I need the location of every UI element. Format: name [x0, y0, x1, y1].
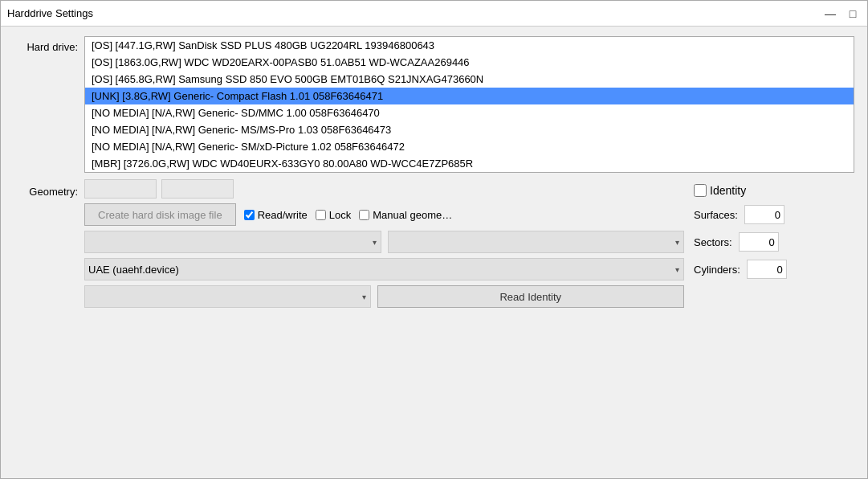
title-bar-controls: — □: [822, 6, 861, 22]
surfaces-input[interactable]: [744, 205, 784, 224]
drive-list-item[interactable]: [NO MEDIA] [N/A,RW] Generic- SD/MMC 1.00…: [85, 104, 854, 121]
hard-drive-row: Hard drive: [OS] [447.1G,RW] SanDisk SSD…: [14, 36, 854, 173]
sectors-row: Sectors:: [694, 232, 854, 252]
drive-list-item[interactable]: [UNK] [3.8G,RW] Generic- Compact Flash 1…: [85, 88, 854, 104]
uae-row: UAE (uaehf.device) ▾: [84, 258, 684, 280]
drive-list-item[interactable]: [OS] [1863.0G,RW] WDC WD20EARX-00PASB0 5…: [85, 54, 854, 71]
create-disk-image-button[interactable]: Create hard disk image file: [84, 203, 236, 226]
sectors-input[interactable]: [739, 232, 779, 252]
window-content: Hard drive: [OS] [447.1G,RW] SanDisk SSD…: [1, 27, 867, 478]
read-write-checkbox-label[interactable]: Read/write: [244, 209, 308, 221]
cylinders-row: Cylinders:: [694, 260, 854, 279]
bottom-row: ▾ Read Identity: [84, 285, 684, 308]
geometry-label: Geometry:: [14, 181, 78, 198]
manual-geom-checkbox-label[interactable]: Manual geome…: [359, 209, 452, 221]
right-panel: Identity Surfaces: Sectors: Cylinders:: [694, 179, 854, 469]
uae-dropdown[interactable]: UAE (uaehf.device): [84, 258, 684, 280]
bottom-left-dropdown[interactable]: [84, 285, 371, 308]
surfaces-label: Surfaces:: [694, 209, 738, 221]
lock-checkbox-label[interactable]: Lock: [316, 209, 351, 221]
drive-list-item[interactable]: [OS] [447.1G,RW] SanDisk SSD PLUS 480GB …: [85, 37, 854, 54]
sectors-label: Sectors:: [694, 236, 732, 248]
dropdown-row-1: ▾ ▾: [84, 231, 684, 253]
drive-list-item[interactable]: [NO MEDIA] [N/A,RW] Generic- SM/xD-Pictu…: [85, 138, 854, 155]
drive-list-item[interactable]: [OS] [465.8G,RW] Samsung SSD 850 EVO 500…: [85, 71, 854, 88]
read-identity-button[interactable]: Read Identity: [377, 285, 685, 308]
harddrive-settings-window: Harddrive Settings — □ Hard drive: [OS] …: [0, 0, 868, 479]
geometry-row: Geometry:: [14, 179, 684, 199]
dropdown-left-1[interactable]: [84, 231, 381, 253]
lock-checkbox[interactable]: [316, 210, 326, 220]
action-row: Create hard disk image file Read/write L…: [84, 203, 684, 226]
drive-list[interactable]: [OS] [447.1G,RW] SanDisk SSD PLUS 480GB …: [84, 36, 854, 173]
minimize-button[interactable]: —: [822, 6, 838, 22]
cylinders-input[interactable]: [747, 260, 787, 279]
dropdown-right-1[interactable]: [388, 231, 685, 253]
surfaces-row: Surfaces:: [694, 205, 854, 224]
maximize-button[interactable]: □: [845, 6, 861, 22]
identity-checkbox[interactable]: [694, 184, 707, 197]
title-bar: Harddrive Settings — □: [1, 1, 867, 27]
cylinders-label: Cylinders:: [694, 264, 740, 276]
drive-list-item[interactable]: [NO MEDIA] [N/A,RW] Generic- MS/MS-Pro 1…: [85, 121, 854, 138]
manual-geom-checkbox[interactable]: [359, 210, 369, 220]
geometry-field-1[interactable]: [84, 179, 157, 199]
drive-list-item[interactable]: [MBR] [3726.0G,RW] WDC WD40EURX-633GY0 8…: [85, 155, 854, 172]
geometry-field-2[interactable]: [161, 179, 234, 199]
hard-drive-label: Hard drive:: [14, 36, 78, 53]
window-title: Harddrive Settings: [7, 7, 93, 19]
identity-checkbox-label[interactable]: Identity: [694, 182, 854, 197]
read-write-checkbox[interactable]: [244, 210, 255, 220]
